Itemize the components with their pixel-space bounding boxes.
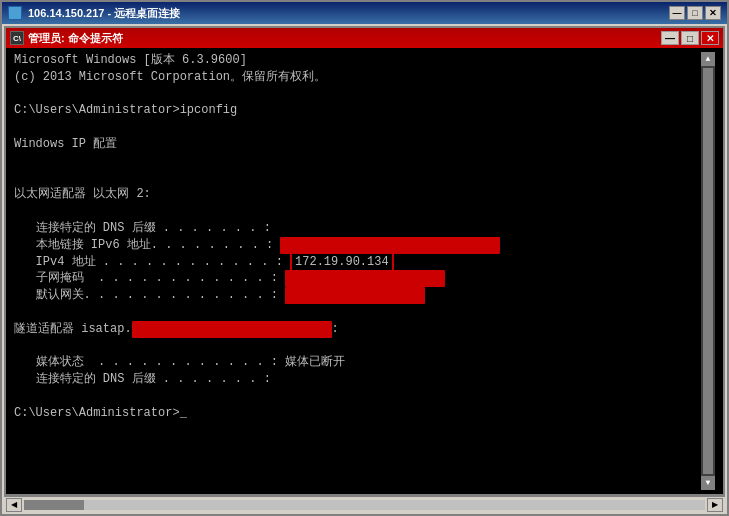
cmd-line-12: 本地链接 IPv6 地址. . . . . . . . : (14, 237, 701, 254)
cmd-line-20: 连接特定的 DNS 后缀 . . . . . . . : (14, 371, 701, 388)
rdp-content: C\ 管理员: 命令提示符 — □ ✕ Microsoft Windows [版… (2, 24, 727, 514)
rdp-window: 106.14.150.217 - 远程桌面连接 — □ ✕ C\ 管理员: 命令… (0, 0, 729, 516)
cmd-line-21 (14, 388, 701, 405)
cmd-line-17: 隧道适配器 isatap. : (14, 321, 701, 338)
cmd-line-13: IPv4 地址 . . . . . . . . . . . . : 172.19… (14, 254, 701, 271)
cmd-controls: — □ ✕ (661, 31, 719, 45)
cmd-output: Microsoft Windows [版本 6.3.9600] (c) 2013… (14, 52, 701, 490)
rdp-titlebar: 106.14.150.217 - 远程桌面连接 — □ ✕ (2, 2, 727, 24)
vertical-scrollbar[interactable]: ▲ ▼ (701, 52, 715, 490)
cmd-line-2: (c) 2013 Microsoft Corporation。保留所有权利。 (14, 69, 701, 86)
cmd-close-btn[interactable]: ✕ (701, 31, 719, 45)
cmd-minimize-btn[interactable]: — (661, 31, 679, 45)
h-scroll-thumb[interactable] (24, 500, 84, 510)
cmd-line-14: 子网掩码 . . . . . . . . . . . . : (14, 270, 701, 287)
horizontal-scrollbar[interactable]: ◀ ▶ (4, 496, 725, 512)
cmd-line-8 (14, 170, 701, 187)
rdp-controls: — □ ✕ (669, 6, 721, 20)
scroll-thumb[interactable] (703, 68, 713, 474)
cmd-window: C\ 管理员: 命令提示符 — □ ✕ Microsoft Windows [版… (4, 26, 725, 496)
cmd-maximize-btn[interactable]: □ (681, 31, 699, 45)
rdp-close-btn[interactable]: ✕ (705, 6, 721, 20)
cmd-line-15: 默认网关. . . . . . . . . . . . . : (14, 287, 701, 304)
cmd-line-9: 以太网适配器 以太网 2: (14, 186, 701, 203)
cmd-line-19: 媒体状态 . . . . . . . . . . . . : 媒体已断开 (14, 354, 701, 371)
rdp-minimize-btn[interactable]: — (669, 6, 685, 20)
cmd-line-1: Microsoft Windows [版本 6.3.9600] (14, 52, 701, 69)
h-scroll-track[interactable] (24, 500, 705, 510)
tunnel-redact (132, 321, 332, 338)
cmd-line-18 (14, 338, 701, 355)
ipv6-redact (280, 237, 500, 254)
cmd-line-7 (14, 153, 701, 170)
cmd-line-prompt: C:\Users\Administrator>_ (14, 405, 701, 422)
scroll-right-btn[interactable]: ▶ (707, 498, 723, 512)
rdp-maximize-btn[interactable]: □ (687, 6, 703, 20)
rdp-icon (8, 6, 22, 20)
cmd-icon: C\ (10, 31, 24, 45)
cmd-line-6: Windows IP 配置 (14, 136, 701, 153)
cmd-line-5 (14, 119, 701, 136)
scroll-left-btn[interactable]: ◀ (6, 498, 22, 512)
cmd-line-11: 连接特定的 DNS 后缀 . . . . . . . : (14, 220, 701, 237)
gw-redact (285, 287, 425, 304)
cmd-body: Microsoft Windows [版本 6.3.9600] (c) 2013… (6, 48, 723, 494)
cmd-line-3 (14, 86, 701, 103)
rdp-title: 106.14.150.217 - 远程桌面连接 (28, 6, 669, 21)
cmd-line-10 (14, 203, 701, 220)
cmd-line-16 (14, 304, 701, 321)
cmd-line-4: C:\Users\Administrator>ipconfig (14, 102, 701, 119)
scroll-down-btn[interactable]: ▼ (701, 476, 715, 490)
scroll-up-btn[interactable]: ▲ (701, 52, 715, 66)
mask-redact (285, 270, 445, 287)
ipv4-highlight: 172.19.90.134 (290, 252, 394, 272)
cmd-title: 管理员: 命令提示符 (28, 31, 661, 46)
cmd-titlebar: C\ 管理员: 命令提示符 — □ ✕ (6, 28, 723, 48)
